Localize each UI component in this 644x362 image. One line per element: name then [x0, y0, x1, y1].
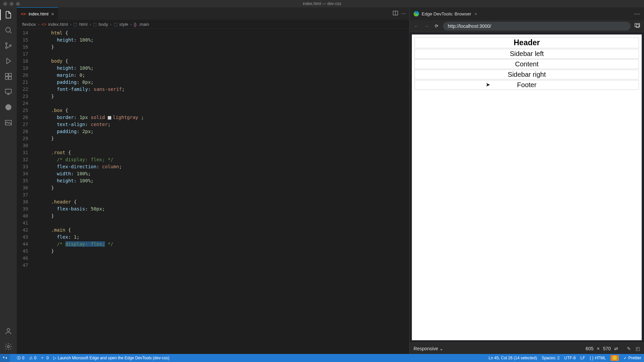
devtools-pane: Edge DevTools: Browser × ⋯ ← → ⟳ http://… [409, 7, 644, 354]
svg-point-9 [5, 104, 11, 110]
tag-icon: ⬚ [114, 22, 117, 27]
tab-close-icon[interactable]: × [51, 11, 54, 17]
breadcrumb-node[interactable]: html [79, 22, 88, 27]
indentation[interactable]: Spaces: 2 [542, 356, 559, 360]
remote-indicator[interactable] [0, 354, 10, 362]
breadcrumb-folder[interactable]: flexbox [22, 22, 36, 27]
breadcrumb-node[interactable]: style [119, 22, 128, 27]
nav-forward-icon[interactable]: → [423, 23, 430, 28]
check-icon: ✓ [624, 356, 627, 360]
devtools-more-icon[interactable]: ⋯ [634, 10, 640, 17]
explorer-icon[interactable] [4, 10, 13, 19]
page-box-sidebar-left: Sidebar left [415, 49, 639, 59]
html-file-icon: <> [42, 22, 46, 27]
html-file-icon: <> [21, 11, 26, 16]
svg-rect-7 [9, 77, 11, 79]
problems-warnings[interactable]: ⚠0 [29, 356, 37, 360]
svg-point-2 [6, 47, 7, 49]
problems-errors[interactable]: ⓧ0 [17, 355, 24, 361]
svg-point-12 [7, 346, 9, 348]
url-text: http://localhost:3000/ [448, 23, 491, 29]
editor-tabbar: <> index.html × ⋯ [17, 7, 409, 20]
svg-rect-5 [9, 73, 11, 76]
split-editor-icon[interactable] [393, 10, 398, 17]
devtools-navbar: ← → ⟳ http://localhost:3000/ [410, 20, 644, 32]
run-debug-icon[interactable] [4, 56, 13, 66]
source-control-icon[interactable] [4, 41, 13, 50]
tag-icon: ⬚ [93, 22, 97, 27]
css-rule-icon: {} [134, 22, 137, 27]
forwarded-ports[interactable]: ᯤ0 [41, 356, 49, 360]
image-preview-icon[interactable] [4, 118, 13, 127]
editor-pane: <> index.html × ⋯ flexbox › <> index.htm… [17, 7, 409, 354]
viewport-width[interactable]: 605 [586, 346, 593, 351]
code-icon: { } [590, 356, 593, 360]
breadcrumbs[interactable]: flexbox › <> index.html › ⬚ html › ⬚ bod… [17, 20, 409, 29]
debug-start-icon: ▷ [53, 356, 56, 360]
nav-reload-icon[interactable]: ⟳ [433, 23, 440, 28]
launch-edge-task[interactable]: ▷ Launch Microsoft Edge and open the Edg… [53, 356, 169, 360]
inspect-element-icon[interactable]: ◰ [636, 346, 640, 351]
encoding[interactable]: UTF-8 [564, 356, 576, 360]
chevron-down-icon: ⌄ [439, 346, 443, 351]
dimension-separator-icon: × [597, 346, 599, 351]
eyedropper-icon[interactable]: ✎ [627, 346, 631, 351]
window-title: index.html — dev-css [0, 1, 644, 6]
chevron-right-icon: › [110, 22, 111, 27]
device-toolbar: Responsive ⌄ 605 × 570 ⇄ ✎ ◰ [410, 343, 644, 354]
page-box-footer: Footer [415, 80, 639, 90]
page-box-header: Header [415, 37, 639, 48]
viewport-height[interactable]: 570 [603, 346, 611, 351]
eol[interactable]: LF [580, 356, 585, 360]
tab-filename: index.html [29, 11, 48, 16]
svg-point-11 [7, 328, 10, 331]
code-editor[interactable]: 14 15 16 17 18 19 20 21 22 23 24 25 26 2… [17, 29, 409, 354]
account-icon[interactable] [4, 326, 13, 336]
extensions-icon[interactable] [4, 72, 13, 81]
rotate-icon[interactable]: ⇄ [614, 346, 618, 351]
browser-viewport[interactable]: Header Sidebar left Content Sidebar righ… [412, 34, 642, 341]
error-icon: ⓧ [17, 355, 21, 361]
breadcrumb-node[interactable]: body [99, 22, 108, 27]
breadcrumb-file[interactable]: index.html [48, 22, 68, 27]
line-numbers: 14 15 16 17 18 19 20 21 22 23 24 25 26 2… [17, 29, 34, 354]
notifications-icon[interactable]: 🙂 [610, 355, 619, 361]
nav-back-icon[interactable]: ← [413, 23, 420, 28]
svg-point-1 [6, 43, 7, 45]
url-bar[interactable]: http://localhost:3000/ [443, 22, 631, 31]
prettier-status[interactable]: ✓Prettier [624, 356, 641, 360]
code-content[interactable]: html { height: 100%; } body { height: 10… [34, 29, 409, 354]
tag-icon: ⬚ [73, 22, 77, 27]
mouse-cursor-icon: ➤ [486, 81, 490, 88]
devtools-tab-close-icon[interactable]: × [475, 11, 477, 16]
page-box-sidebar-right: Sidebar right [415, 70, 639, 79]
chevron-right-icon: › [70, 22, 71, 27]
editor-tab-index[interactable]: <> index.html × [17, 7, 58, 20]
devtools-tabbar: Edge DevTools: Browser × ⋯ [410, 7, 644, 20]
device-select[interactable]: Responsive ⌄ [414, 346, 443, 351]
devtools-tab-label: Edge DevTools: Browser [422, 11, 471, 16]
svg-rect-8 [5, 89, 11, 93]
chevron-right-icon: › [90, 22, 91, 27]
breadcrumb-node[interactable]: .main [139, 22, 149, 27]
activitybar [0, 7, 17, 354]
search-icon[interactable] [4, 25, 13, 35]
cursor-position[interactable]: Ln 45, Col 26 (14 selected) [489, 356, 537, 360]
chevron-right-icon: › [130, 22, 131, 27]
rendered-page: Header Sidebar left Content Sidebar righ… [412, 35, 642, 93]
more-actions-icon[interactable]: ⋯ [401, 11, 406, 16]
statusbar: ⓧ0 ⚠0 ᯤ0 ▷ Launch Microsoft Edge and ope… [0, 354, 644, 362]
devtools-tab[interactable]: Edge DevTools: Browser [414, 11, 471, 16]
svg-rect-16 [636, 24, 639, 27]
chevron-right-icon: › [38, 22, 39, 27]
page-box-content: Content [415, 59, 639, 69]
settings-gear-icon[interactable] [4, 342, 13, 351]
edge-devtools-icon[interactable] [4, 103, 13, 112]
edge-logo-icon [414, 11, 419, 16]
titlebar: index.html — dev-css [0, 0, 644, 7]
screencast-toggle-icon[interactable] [634, 23, 641, 29]
svg-point-0 [6, 27, 10, 32]
remote-explorer-icon[interactable] [4, 87, 13, 97]
language-mode[interactable]: { }HTML [590, 356, 606, 360]
warning-icon: ⚠ [29, 356, 33, 360]
